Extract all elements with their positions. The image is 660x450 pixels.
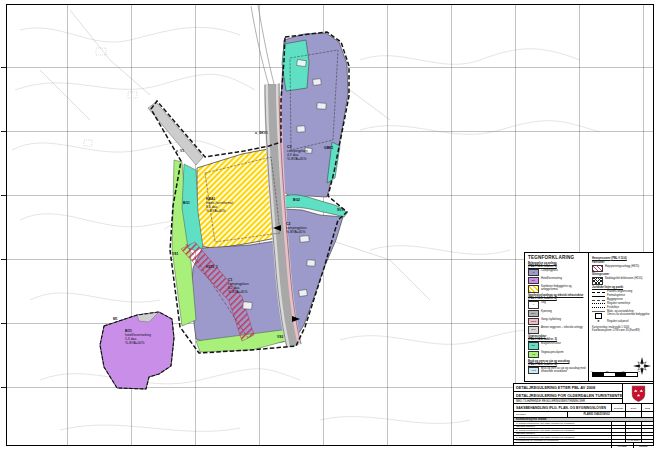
map-label-vs2: VS2 <box>277 335 283 339</box>
map-label-h370: H370_1 <box>206 265 218 269</box>
swatch-combined <box>528 285 539 293</box>
legend-section-green: Grønnstruktur (PBL § 12-5, ledd nr. 3) <box>528 335 586 341</box>
process-step-row: 3. gangs behandling i det faste utvalget… <box>514 421 653 425</box>
legend-section-lines: Juridiske linjer og punkt <box>592 286 651 289</box>
legend-symbol-building: Omriss av eksisterende bebyggelse <box>592 313 651 319</box>
revision-dato-cell <box>625 412 641 417</box>
col-saksnr: SAKS NR <box>611 404 625 411</box>
legend-section-hensyn: Hensynssoner (PBL § 12-6) <box>592 257 651 260</box>
swatch-hazard <box>592 265 603 273</box>
swatch-bluegreen: BG <box>528 342 539 350</box>
processing-title: SAKSBEHANDLING IFLG. PLAN- OG BYGNINGSLO… <box>514 406 611 410</box>
map-label-kba1: KBA1 fritids-/turistformål 8,1 daa %-BYA… <box>206 197 236 213</box>
legend-item-bluegreen: BG Blågrønnstruktur <box>528 342 586 350</box>
title-row-1: DETALJREGULERING ETTER PBL AV 2008 <box>514 384 625 391</box>
legend-item-veggrunn: SVT Annen veggrunn – tekniske anlegg <box>528 326 586 334</box>
legend-line-senter: Regulert senterlinje <box>592 302 651 305</box>
process-step-row: 1. gangs behandling i det faste utvalget… <box>514 435 653 439</box>
legend-item-kjoreveg: SKV Kjøreveg <box>528 310 586 318</box>
swatch-sikring <box>592 277 603 285</box>
map-label-vs1: VS1 <box>172 252 178 256</box>
legend-item-combined: Kombinert bebyggelse og anleggsformål <box>528 285 586 293</box>
swatch-veggrunn: SVT <box>528 326 539 334</box>
plan-author: PLANEN ER UTARBEIDET AV: AR-Ing AS <box>514 444 611 447</box>
line-sample-formal <box>592 296 605 297</box>
title-row-3: MED TILHØRENDE REGULERINGSBESTEMMELSER <box>514 398 625 403</box>
processing-header-row: SAKSBEHANDLING IFLG. PLAN- OG BYGNINGSLO… <box>514 403 653 411</box>
line-sample-maal <box>592 311 605 312</box>
legend-sub-faresoner: Faresoner <box>592 261 651 264</box>
tegnnr-cell: TEGNNR. <box>633 443 653 448</box>
legend-section-water: Bruk og vern av sjø og vassdrag (PBL § 1… <box>528 360 586 366</box>
frame-ticks <box>1 68 6 388</box>
legend-section-buildings: Bebyggelse og anlegg (PBL § 12-5, ledd n… <box>528 262 586 268</box>
process-step-row: 2. gangs behandling i det faste utvalget… <box>514 428 653 432</box>
legend-right-column: Hensynssoner (PBL § 12-6) Faresoner Høys… <box>589 253 653 381</box>
municipal-coat-of-arms <box>622 384 653 404</box>
process-step-row: Kunngjøring av oppstart av planarbeid 04… <box>514 439 653 443</box>
map-label-bo1: BO1 hotell/overnatting 5,3 daa %-BYA=50% <box>125 329 153 345</box>
legend-item-vegetation: VS Vegetasjonsskjerm <box>528 351 586 359</box>
access-arrow-icon: ➤ <box>592 320 605 324</box>
legend-title: TEGNFORKLARING <box>528 255 586 260</box>
line-sample-bygg <box>592 300 605 301</box>
swatch-hotel: BO <box>528 277 539 285</box>
swatch-kjoreveg: SKV <box>528 310 539 318</box>
legend-item-sikring: Nedslagsfelt drikkevann (H110) <box>592 277 651 285</box>
revision-label: Revisjon <box>514 413 567 416</box>
map-label-c2: C2 campingplass %-BYA=45% <box>286 222 309 234</box>
col-dato: DATO <box>625 404 641 411</box>
legend-item-water: VFS Bruk og vern av sjø og vassdrag med … <box>528 367 586 375</box>
title-block: DETALJREGULERING ETTER PBL AV 2008 DETAL… <box>513 383 654 446</box>
process-step-row: Offentlig ettersyn <box>514 432 653 436</box>
legend-line-formal: Formålsgrense <box>592 294 651 297</box>
swatch-veg: V <box>528 301 539 309</box>
legend-box: TEGNFORKLARING Bebyggelse og anlegg (PBL… <box>524 252 654 382</box>
map-label-skv1: o_SKV1 <box>255 131 268 135</box>
legend-item-camping: C Campingplass <box>528 269 586 277</box>
map-label-c1: C1 campingplass 6,2 daa %-BYA=45% <box>228 278 251 294</box>
legend-line-bygg: Byggegrense <box>592 298 651 301</box>
author-row: PLANEN ER UTARBEIDET AV: AR-Ing AS PLANN… <box>514 442 653 448</box>
legend-notes: Kartgrunnlag i målestokk 1:1000 Koordina… <box>592 326 651 333</box>
swatch-vegetation: VS <box>528 351 539 359</box>
vedtak-label: Kommunestyrets vedtak: <box>514 418 653 421</box>
plannr-cell: PLANNR. <box>611 443 633 448</box>
north-arrow-icon <box>633 357 651 379</box>
map-label-sv1: SV1 <box>337 208 343 212</box>
legend-item-hotel: BO Hotell/overnatting <box>528 277 586 285</box>
line-sample-boundary <box>592 292 605 293</box>
legend-line-boundary: Planens begrensning <box>592 290 651 293</box>
col-sign: SIGN <box>641 404 653 411</box>
legend-sub-sikring: Sikringssoner <box>592 273 651 276</box>
plan-subtitle: MED TILHØRENDE REGULERINGSBESTEMMELSER <box>514 399 625 403</box>
map-label-gbk1: GBK1 <box>324 146 333 150</box>
legend-item-veg: V Veg <box>528 301 586 309</box>
legend-left-column: TEGNFORKLARING Bebyggelse og anlegg (PBL… <box>525 253 589 381</box>
legend-symbol-access: ➤ Regulert avkjørsel <box>592 320 651 324</box>
map-label-m1: M1 <box>113 317 118 321</box>
planid: PLANID 19402019002 <box>567 412 625 417</box>
legend-item-sykkelveg: SGS Gang-/sykkelveg <box>528 318 586 326</box>
scale-bar <box>592 372 638 377</box>
plan-name-title: DETALJREGULERING FOR OLDERDALEN TURISTSE… <box>514 393 625 398</box>
revision-sign-cell <box>641 412 653 417</box>
legend-item-powerline-hazard: Høyspenningsanlegg (H370) <box>592 265 651 273</box>
process-step-row: Offentlig ettersyn <box>514 425 653 429</box>
swatch-sykkelveg: SGS <box>528 318 539 326</box>
kunngjoring-dato: 04.11.2019 <box>625 440 641 443</box>
swatch-camping: C <box>528 269 539 277</box>
line-sample-frisikt <box>592 307 605 308</box>
map-label-o-v1: o_V1 <box>176 149 184 153</box>
legend-line-frisikt: Frisiktlinje <box>592 306 651 309</box>
swatch-water: VFS <box>528 367 539 375</box>
map-label-c3: C3 campingplass 4,9 daa %-BYA=45% <box>287 145 310 161</box>
vedtak-row: Kommunestyrets vedtak: <box>514 417 653 421</box>
plan-law-title: DETALJREGULERING ETTER PBL AV 2008 <box>514 385 625 390</box>
legend-section-transport: Samferdselsanlegg og teknisk infrastrukt… <box>528 294 586 300</box>
zone-v1-road <box>148 102 203 165</box>
title-row-2: DETALJREGULERING FOR OLDERDALEN TURISTSE… <box>514 391 625 398</box>
map-label-bg2: BG2 <box>293 198 300 202</box>
plan-sheet: o_V1 o_SKV1 GBK1 C3 campingplass 4,9 daa… <box>0 0 660 450</box>
line-sample-senter <box>592 303 605 304</box>
